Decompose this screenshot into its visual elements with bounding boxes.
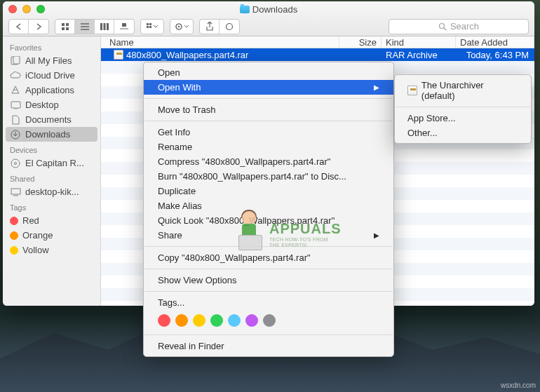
- menu-alias[interactable]: Make Alias: [144, 198, 393, 213]
- menu-quick-look[interactable]: Quick Look "480x800_Wallpapers.part4.rar…: [144, 213, 393, 228]
- sidebar-tag-yellow[interactable]: Vollow: [3, 243, 100, 257]
- menu-rename[interactable]: Rename: [144, 140, 393, 154]
- sidebar-item-disk[interactable]: El Capitan R...: [3, 156, 100, 170]
- svg-rect-3: [66, 27, 69, 30]
- list-view-button[interactable]: [75, 20, 95, 34]
- submenu-other[interactable]: Other...: [395, 126, 531, 140]
- share-button[interactable]: [200, 20, 220, 34]
- svg-point-27: [15, 162, 17, 164]
- column-view-button[interactable]: [95, 20, 114, 34]
- tag-orange[interactable]: [175, 314, 188, 327]
- sidebar-item-downloads[interactable]: Downloads: [6, 127, 97, 142]
- svg-rect-22: [13, 56, 20, 64]
- menu-separator: [144, 121, 393, 121]
- svg-rect-0: [62, 23, 65, 26]
- downloads-icon: [10, 130, 21, 140]
- all-files-icon: [10, 56, 21, 66]
- tag-dot-red: [10, 217, 18, 225]
- menu-open[interactable]: Open: [144, 65, 393, 80]
- column-date[interactable]: Date Added: [456, 36, 534, 48]
- svg-rect-15: [149, 26, 151, 28]
- menu-compress[interactable]: Compress "480x800_Wallpapers.part4.rar": [144, 154, 393, 169]
- tags-button[interactable]: [220, 20, 239, 34]
- sidebar-header-favorites: Favorites: [3, 39, 100, 53]
- tag-green[interactable]: [210, 314, 223, 327]
- tag-dot-yellow: [10, 246, 18, 255]
- svg-rect-28: [11, 189, 20, 194]
- column-name[interactable]: Name: [101, 36, 339, 48]
- sidebar-item-documents[interactable]: Documents: [3, 112, 100, 127]
- svg-point-19: [439, 23, 444, 28]
- menu-separator: [144, 246, 393, 247]
- downloads-folder-icon: [240, 6, 250, 13]
- titlebar-top: Downloads: [3, 1, 534, 17]
- forward-button[interactable]: [29, 20, 48, 34]
- column-headers: Name Size Kind Date Added: [101, 36, 534, 48]
- svg-point-17: [178, 25, 180, 27]
- icon-view-button[interactable]: [55, 20, 75, 34]
- svg-point-18: [227, 23, 233, 29]
- svg-rect-13: [149, 23, 151, 25]
- sidebar-item-shared-pc[interactable]: desktop-kik...: [3, 184, 100, 199]
- context-menu: Open Open With▶ Move to Trash Get Info R…: [143, 62, 394, 357]
- source-attribution: wsxdn.com: [501, 381, 536, 389]
- menu-burn[interactable]: Burn "480x800_Wallpapers.part4.rar" to D…: [144, 169, 393, 184]
- tag-blue[interactable]: [228, 314, 241, 327]
- action-button[interactable]: [170, 19, 194, 34]
- svg-rect-12: [147, 23, 149, 25]
- tag-red[interactable]: [158, 314, 170, 327]
- menu-separator: [144, 291, 393, 292]
- coverflow-view-button[interactable]: [114, 20, 134, 34]
- menu-trash[interactable]: Move to Trash: [144, 102, 393, 117]
- menu-open-with[interactable]: Open With▶: [144, 80, 393, 95]
- back-button[interactable]: [9, 20, 29, 34]
- submenu-app-store[interactable]: App Store...: [395, 111, 531, 126]
- menu-copy[interactable]: Copy "480x800_Wallpapers.part4.rar": [144, 250, 393, 265]
- toolbar: Search: [3, 17, 534, 36]
- cloud-icon: [10, 71, 21, 81]
- search-icon: [438, 22, 447, 31]
- unarchiver-icon: [407, 86, 417, 95]
- tag-gray[interactable]: [263, 314, 276, 327]
- svg-rect-2: [62, 27, 65, 30]
- sidebar-tag-red[interactable]: Red: [3, 213, 100, 228]
- menu-get-info[interactable]: Get Info: [144, 125, 393, 140]
- svg-point-26: [11, 159, 20, 168]
- search-field[interactable]: Search: [389, 19, 529, 34]
- nav-buttons: [8, 19, 49, 34]
- rar-file-icon: [114, 50, 123, 60]
- share-buttons: [199, 19, 240, 34]
- menu-share[interactable]: Share▶: [144, 228, 393, 243]
- apps-icon: [10, 86, 21, 95]
- sidebar-tag-orange[interactable]: Orange: [3, 228, 100, 243]
- arrange-button[interactable]: [140, 19, 164, 34]
- view-buttons: [55, 19, 135, 34]
- sidebar-item-icloud[interactable]: iCloud Drive: [3, 68, 100, 83]
- sidebar-item-applications[interactable]: Applications: [3, 83, 100, 97]
- submenu-unarchiver[interactable]: The Unarchiver (default): [395, 78, 531, 103]
- search-placeholder: Search: [450, 21, 479, 32]
- sidebar-item-all-my-files[interactable]: All My Files: [3, 53, 100, 68]
- documents-icon: [10, 115, 21, 125]
- sidebar-header-shared: Shared: [3, 170, 100, 184]
- disk-icon: [10, 158, 21, 168]
- submenu-arrow-icon: ▶: [374, 231, 379, 239]
- file-row-selected[interactable]: 480x800_Wallpapers.part4.rar RAR Archive…: [101, 48, 534, 61]
- tag-purple[interactable]: [245, 314, 258, 327]
- sidebar-item-desktop[interactable]: Desktop: [3, 97, 100, 112]
- column-kind[interactable]: Kind: [382, 36, 456, 48]
- menu-tags-label: Tags...: [144, 295, 393, 310]
- column-size[interactable]: Size: [339, 36, 382, 48]
- menu-tags-row: [144, 310, 393, 331]
- titlebar: Downloads Search: [3, 1, 534, 36]
- svg-rect-9: [107, 23, 109, 30]
- menu-view-options[interactable]: Show View Options: [144, 273, 393, 288]
- sidebar-header-tags: Tags: [3, 199, 100, 213]
- tag-dot-orange: [10, 231, 18, 240]
- menu-reveal[interactable]: Reveal in Finder: [144, 339, 393, 353]
- menu-duplicate[interactable]: Duplicate: [144, 184, 393, 198]
- menu-separator: [144, 269, 393, 269]
- submenu-separator: [396, 107, 530, 107]
- svg-rect-14: [147, 26, 149, 28]
- tag-yellow[interactable]: [193, 314, 205, 327]
